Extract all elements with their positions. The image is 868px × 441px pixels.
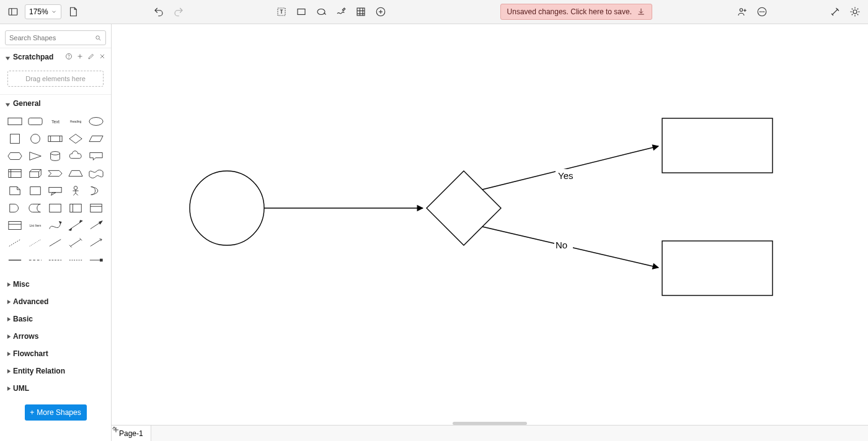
download-icon <box>637 7 645 16</box>
search-icon <box>95 34 102 42</box>
shape-container-h[interactable] <box>67 201 85 215</box>
shape-note[interactable] <box>6 184 24 198</box>
shape-tape[interactable] <box>87 167 105 180</box>
shape-arrow[interactable] <box>87 219 105 232</box>
shape-hexagon[interactable] <box>6 149 24 163</box>
svg-point-20 <box>764 12 764 12</box>
shape-actor[interactable] <box>67 184 85 198</box>
shape-container-v[interactable] <box>87 201 105 215</box>
search-box[interactable] <box>5 30 106 45</box>
redo-button[interactable] <box>170 4 187 20</box>
chevron-right-icon <box>5 386 11 391</box>
scratchpad-header[interactable]: Scratchpad <box>0 48 111 66</box>
edge-yes[interactable] <box>482 146 658 190</box>
theme-button[interactable] <box>847 4 863 20</box>
shape-dashed[interactable] <box>6 236 24 250</box>
shape-circle[interactable] <box>27 132 45 146</box>
scratchpad-dropzone[interactable]: Drag elements here <box>7 71 104 87</box>
shape-link-assoc[interactable] <box>87 253 105 267</box>
shape-triangle[interactable] <box>27 149 45 163</box>
svg-point-44 <box>31 134 40 144</box>
shape-step[interactable] <box>46 167 64 180</box>
edge-no-label[interactable]: No <box>556 240 567 250</box>
category-flowchart[interactable]: Flowchart <box>0 345 111 362</box>
tool-table-button[interactable] <box>353 4 369 20</box>
shape-list[interactable] <box>6 219 24 232</box>
shape-square[interactable] <box>6 132 24 146</box>
shape-ellipse[interactable] <box>87 115 105 128</box>
node-rect-no[interactable] <box>662 241 773 295</box>
edge-yes-label[interactable]: Yes <box>558 170 573 181</box>
canvas[interactable]: Yes No Page-1 <box>112 24 868 441</box>
category-uml[interactable]: UML <box>0 380 111 397</box>
svg-line-64 <box>76 193 78 196</box>
shape-cube[interactable] <box>27 167 45 180</box>
shape-rectangle[interactable] <box>6 115 24 128</box>
chevron-down-icon <box>51 9 57 15</box>
svg-marker-56 <box>48 170 62 176</box>
tools-button[interactable] <box>827 4 843 20</box>
shape-link-dash1[interactable] <box>27 253 45 267</box>
more-shapes-button[interactable]: + More Shapes <box>25 404 87 421</box>
shape-data-storage[interactable] <box>27 201 45 215</box>
node-rect-yes[interactable] <box>662 118 773 173</box>
scratchpad-close-icon[interactable] <box>99 53 106 62</box>
shape-parallelogram[interactable] <box>87 132 105 146</box>
node-start-circle[interactable] <box>190 171 264 245</box>
tool-rect-button[interactable] <box>293 4 309 20</box>
scratchpad-help-icon[interactable] <box>65 53 73 62</box>
shape-bidir-arrow[interactable] <box>67 219 85 232</box>
shape-cloud[interactable] <box>67 149 85 163</box>
shape-line[interactable] <box>46 236 64 250</box>
svg-line-29 <box>857 9 859 10</box>
category-misc[interactable]: Misc <box>0 276 111 293</box>
scratchpad-add-icon[interactable] <box>76 53 84 62</box>
share-button[interactable] <box>734 4 750 20</box>
shape-link-dash2[interactable] <box>46 253 64 267</box>
shape-card[interactable] <box>27 184 45 198</box>
comment-button[interactable] <box>754 4 770 20</box>
new-page-button[interactable] <box>65 4 81 20</box>
search-input[interactable] <box>9 34 95 41</box>
category-basic[interactable]: Basic <box>0 310 111 328</box>
zoom-value: 175% <box>29 7 48 16</box>
svg-point-4 <box>317 9 325 15</box>
general-header[interactable]: General <box>0 95 111 112</box>
shape-dir-thin[interactable] <box>87 236 105 250</box>
shape-rounded-rect[interactable] <box>27 115 45 128</box>
undo-button[interactable] <box>151 4 167 20</box>
svg-rect-88 <box>100 259 102 261</box>
shape-heading[interactable]: Heading <box>67 115 85 128</box>
shape-link-solid[interactable] <box>6 253 24 267</box>
shape-text[interactable]: Text <box>46 115 64 128</box>
shape-process[interactable] <box>46 132 64 146</box>
toggle-sidebar-button[interactable] <box>5 4 21 20</box>
shape-link-dash3[interactable] <box>67 253 85 267</box>
shape-internal-storage[interactable] <box>6 167 24 180</box>
sidebar: Scratchpad Drag elements here General <box>0 24 112 441</box>
category-arrows[interactable]: Arrows <box>0 328 111 345</box>
category-advanced[interactable]: Advanced <box>0 293 111 310</box>
scratchpad-edit-icon[interactable] <box>87 53 95 62</box>
node-decision-diamond[interactable] <box>427 171 501 245</box>
shape-bidir-thin[interactable] <box>67 236 85 250</box>
shape-and[interactable] <box>6 201 24 215</box>
shape-curve[interactable] <box>46 219 64 232</box>
zoom-select[interactable]: 175% <box>25 4 61 19</box>
add-page-button[interactable] <box>151 426 164 441</box>
tool-freehand-button[interactable] <box>333 4 349 20</box>
shape-cylinder[interactable] <box>46 149 64 163</box>
tool-text-button[interactable] <box>273 4 290 20</box>
tool-ellipse-button[interactable] <box>313 4 329 20</box>
shape-diamond[interactable] <box>67 132 85 146</box>
save-banner[interactable]: Unsaved changes. Click here to save. <box>500 4 652 20</box>
category-entity-relation[interactable]: Entity Relation <box>0 362 111 380</box>
shape-callout2[interactable] <box>46 184 64 198</box>
shape-dotted[interactable] <box>27 236 45 250</box>
shape-container[interactable] <box>46 201 64 215</box>
shape-callout[interactable] <box>87 149 105 163</box>
shape-trapezoid[interactable] <box>67 167 85 180</box>
shape-or[interactable] <box>87 184 105 198</box>
shape-list-item[interactable]: List Item <box>27 219 45 232</box>
tool-add-button[interactable] <box>373 4 389 20</box>
